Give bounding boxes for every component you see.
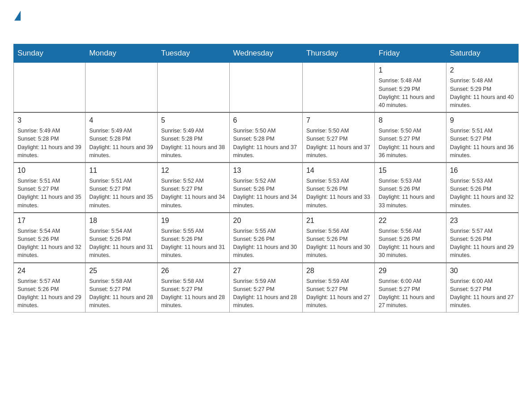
calendar-cell: 3Sunrise: 5:49 AM Sunset: 5:28 PM Daylig…	[14, 112, 86, 163]
calendar-cell: 1Sunrise: 5:48 AM Sunset: 5:29 PM Daylig…	[375, 63, 446, 112]
calendar-cell	[14, 63, 86, 112]
day-info: Sunrise: 5:51 AM Sunset: 5:27 PM Dayligh…	[450, 127, 515, 159]
day-number: 14	[306, 166, 371, 176]
day-info: Sunrise: 5:49 AM Sunset: 5:28 PM Dayligh…	[17, 127, 82, 159]
calendar-cell: 23Sunrise: 5:57 AM Sunset: 5:26 PM Dayli…	[446, 213, 518, 263]
calendar-header-row: SundayMondayTuesdayWednesdayThursdayFrid…	[14, 44, 519, 63]
calendar-cell: 30Sunrise: 6:00 AM Sunset: 5:27 PM Dayli…	[446, 263, 518, 313]
calendar-week-row: 10Sunrise: 5:51 AM Sunset: 5:27 PM Dayli…	[14, 163, 519, 213]
day-number: 5	[161, 116, 226, 125]
calendar-cell: 15Sunrise: 5:53 AM Sunset: 5:26 PM Dayli…	[375, 163, 446, 213]
day-number: 6	[233, 116, 299, 125]
day-info: Sunrise: 5:59 AM Sunset: 5:27 PM Dayligh…	[306, 277, 371, 310]
day-info: Sunrise: 5:58 AM Sunset: 5:27 PM Dayligh…	[161, 277, 226, 310]
calendar-table: SundayMondayTuesdayWednesdayThursdayFrid…	[13, 44, 519, 313]
day-info: Sunrise: 5:55 AM Sunset: 5:26 PM Dayligh…	[233, 227, 299, 260]
day-info: Sunrise: 5:54 AM Sunset: 5:26 PM Dayligh…	[89, 227, 153, 260]
day-number: 4	[89, 116, 153, 125]
calendar-week-row: 3Sunrise: 5:49 AM Sunset: 5:28 PM Daylig…	[14, 112, 519, 163]
day-number: 24	[17, 266, 82, 276]
day-info: Sunrise: 5:57 AM Sunset: 5:26 PM Dayligh…	[17, 277, 82, 310]
day-info: Sunrise: 5:58 AM Sunset: 5:27 PM Dayligh…	[89, 277, 153, 310]
day-number: 15	[378, 166, 442, 176]
calendar-cell: 12Sunrise: 5:52 AM Sunset: 5:27 PM Dayli…	[157, 163, 229, 213]
day-number: 21	[306, 216, 371, 226]
calendar-cell: 18Sunrise: 5:54 AM Sunset: 5:26 PM Dayli…	[86, 213, 157, 263]
col-header-thursday: Thursday	[302, 44, 375, 63]
day-number: 26	[161, 266, 226, 276]
calendar-cell: 8Sunrise: 5:50 AM Sunset: 5:27 PM Daylig…	[375, 112, 446, 163]
calendar-cell	[229, 63, 302, 112]
calendar-cell	[86, 63, 157, 112]
day-number: 1	[378, 65, 442, 75]
day-info: Sunrise: 5:50 AM Sunset: 5:28 PM Dayligh…	[233, 127, 299, 159]
day-number: 11	[89, 166, 153, 176]
col-header-saturday: Saturday	[446, 44, 518, 63]
day-info: Sunrise: 5:51 AM Sunset: 5:27 PM Dayligh…	[17, 177, 82, 210]
day-info: Sunrise: 5:49 AM Sunset: 5:28 PM Dayligh…	[89, 127, 153, 159]
calendar-week-row: 1Sunrise: 5:48 AM Sunset: 5:29 PM Daylig…	[14, 63, 519, 112]
day-number: 16	[450, 166, 515, 176]
calendar-cell: 4Sunrise: 5:49 AM Sunset: 5:28 PM Daylig…	[86, 112, 157, 163]
calendar-week-row: 17Sunrise: 5:54 AM Sunset: 5:26 PM Dayli…	[14, 213, 519, 263]
day-info: Sunrise: 6:00 AM Sunset: 5:27 PM Dayligh…	[378, 277, 442, 310]
page-header	[13, 9, 519, 35]
day-number: 25	[89, 266, 153, 276]
calendar-cell: 19Sunrise: 5:55 AM Sunset: 5:26 PM Dayli…	[157, 213, 229, 263]
col-header-sunday: Sunday	[14, 44, 86, 63]
calendar-cell	[157, 63, 229, 112]
day-info: Sunrise: 5:51 AM Sunset: 5:27 PM Dayligh…	[89, 177, 153, 210]
calendar-week-row: 24Sunrise: 5:57 AM Sunset: 5:26 PM Dayli…	[14, 263, 519, 313]
day-info: Sunrise: 5:50 AM Sunset: 5:27 PM Dayligh…	[378, 127, 442, 159]
day-info: Sunrise: 5:56 AM Sunset: 5:26 PM Dayligh…	[306, 227, 371, 260]
day-info: Sunrise: 5:55 AM Sunset: 5:26 PM Dayligh…	[161, 227, 226, 260]
day-number: 30	[450, 266, 515, 276]
day-number: 19	[161, 216, 226, 226]
calendar-cell: 21Sunrise: 5:56 AM Sunset: 5:26 PM Dayli…	[302, 213, 375, 263]
day-number: 13	[233, 166, 299, 176]
day-info: Sunrise: 5:54 AM Sunset: 5:26 PM Dayligh…	[17, 227, 82, 260]
day-number: 8	[378, 116, 442, 125]
calendar-cell: 27Sunrise: 5:59 AM Sunset: 5:27 PM Dayli…	[229, 263, 302, 313]
calendar-cell: 25Sunrise: 5:58 AM Sunset: 5:27 PM Dayli…	[86, 263, 157, 313]
calendar-cell: 5Sunrise: 5:49 AM Sunset: 5:28 PM Daylig…	[157, 112, 229, 163]
day-number: 18	[89, 216, 153, 226]
col-header-monday: Monday	[86, 44, 157, 63]
day-info: Sunrise: 5:57 AM Sunset: 5:26 PM Dayligh…	[450, 227, 515, 260]
logo-triangle-icon	[14, 11, 21, 21]
day-number: 2	[450, 65, 515, 75]
calendar-cell: 17Sunrise: 5:54 AM Sunset: 5:26 PM Dayli…	[14, 213, 86, 263]
col-header-friday: Friday	[375, 44, 446, 63]
day-info: Sunrise: 5:59 AM Sunset: 5:27 PM Dayligh…	[233, 277, 299, 310]
day-number: 17	[17, 216, 82, 226]
day-number: 23	[450, 216, 515, 226]
calendar-cell: 28Sunrise: 5:59 AM Sunset: 5:27 PM Dayli…	[302, 263, 375, 313]
calendar-cell: 7Sunrise: 5:50 AM Sunset: 5:27 PM Daylig…	[302, 112, 375, 163]
calendar-cell: 26Sunrise: 5:58 AM Sunset: 5:27 PM Dayli…	[157, 263, 229, 313]
calendar-cell: 6Sunrise: 5:50 AM Sunset: 5:28 PM Daylig…	[229, 112, 302, 163]
day-number: 29	[378, 266, 442, 276]
day-info: Sunrise: 5:48 AM Sunset: 5:29 PM Dayligh…	[378, 77, 442, 109]
col-header-wednesday: Wednesday	[229, 44, 302, 63]
day-info: Sunrise: 5:50 AM Sunset: 5:27 PM Dayligh…	[306, 127, 371, 159]
calendar-cell: 16Sunrise: 5:53 AM Sunset: 5:26 PM Dayli…	[446, 163, 518, 213]
day-info: Sunrise: 5:53 AM Sunset: 5:26 PM Dayligh…	[450, 177, 515, 210]
day-info: Sunrise: 5:56 AM Sunset: 5:26 PM Dayligh…	[378, 227, 442, 260]
col-header-tuesday: Tuesday	[157, 44, 229, 63]
day-info: Sunrise: 5:52 AM Sunset: 5:26 PM Dayligh…	[233, 177, 299, 210]
day-info: Sunrise: 5:48 AM Sunset: 5:29 PM Dayligh…	[450, 77, 515, 109]
day-number: 12	[161, 166, 226, 176]
day-info: Sunrise: 5:49 AM Sunset: 5:28 PM Dayligh…	[161, 127, 226, 159]
calendar-cell: 9Sunrise: 5:51 AM Sunset: 5:27 PM Daylig…	[446, 112, 518, 163]
calendar-cell: 22Sunrise: 5:56 AM Sunset: 5:26 PM Dayli…	[375, 213, 446, 263]
day-info: Sunrise: 5:53 AM Sunset: 5:26 PM Dayligh…	[306, 177, 371, 210]
calendar-cell: 11Sunrise: 5:51 AM Sunset: 5:27 PM Dayli…	[86, 163, 157, 213]
day-info: Sunrise: 6:00 AM Sunset: 5:27 PM Dayligh…	[450, 277, 515, 310]
calendar-cell: 14Sunrise: 5:53 AM Sunset: 5:26 PM Dayli…	[302, 163, 375, 213]
calendar-cell: 20Sunrise: 5:55 AM Sunset: 5:26 PM Dayli…	[229, 213, 302, 263]
calendar-cell: 10Sunrise: 5:51 AM Sunset: 5:27 PM Dayli…	[14, 163, 86, 213]
day-number: 9	[450, 116, 515, 125]
calendar-cell: 24Sunrise: 5:57 AM Sunset: 5:26 PM Dayli…	[14, 263, 86, 313]
logo	[13, 9, 21, 35]
day-number: 3	[17, 116, 82, 125]
